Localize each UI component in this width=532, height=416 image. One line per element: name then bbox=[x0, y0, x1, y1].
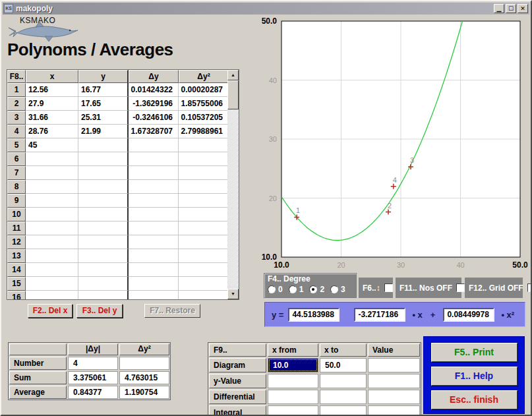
f9-cell-x-from[interactable] bbox=[268, 390, 318, 404]
table-cell[interactable] bbox=[26, 249, 78, 263]
table-cell[interactable]: 1.85755006 bbox=[179, 97, 229, 111]
radio-degree-0[interactable]: 0 bbox=[268, 285, 283, 294]
table-cell[interactable] bbox=[179, 208, 229, 222]
table-cell[interactable] bbox=[129, 222, 179, 235]
table-cell[interactable] bbox=[26, 166, 78, 180]
table-cell[interactable] bbox=[129, 180, 179, 194]
table-cell[interactable] bbox=[26, 291, 78, 300]
table-cell[interactable] bbox=[179, 277, 229, 291]
table-cell[interactable]: 1.67328707 bbox=[129, 125, 179, 138]
f6-checkbox[interactable] bbox=[384, 283, 393, 292]
finish-button[interactable]: Esc.. finish bbox=[431, 390, 517, 409]
table-cell[interactable]: 31.66 bbox=[26, 111, 78, 125]
f11-checkbox[interactable] bbox=[456, 283, 465, 292]
table-cell[interactable] bbox=[78, 138, 129, 152]
coefficient-a1-field[interactable] bbox=[354, 308, 405, 322]
table-cell[interactable] bbox=[179, 249, 229, 263]
table-cell[interactable] bbox=[78, 263, 129, 277]
table-cell[interactable]: 2.79988961 bbox=[179, 125, 229, 138]
table-cell[interactable] bbox=[129, 166, 179, 180]
print-button[interactable]: F5.. Print bbox=[431, 343, 517, 362]
table-cell[interactable] bbox=[78, 208, 129, 222]
minimize-button[interactable]: ▁ bbox=[494, 4, 504, 13]
table-cell[interactable]: -1.3629196 bbox=[129, 97, 179, 111]
del-x-button[interactable]: F2.. Del x bbox=[28, 304, 73, 318]
table-cell[interactable] bbox=[179, 235, 229, 249]
table-cell[interactable] bbox=[179, 263, 229, 277]
table-cell[interactable] bbox=[78, 152, 129, 166]
table-cell[interactable] bbox=[78, 277, 129, 291]
table-cell[interactable] bbox=[78, 249, 129, 263]
f9-cell-value[interactable] bbox=[368, 358, 420, 372]
radio-icon[interactable] bbox=[268, 285, 276, 293]
table-cell[interactable] bbox=[78, 222, 129, 235]
table-cell[interactable] bbox=[179, 194, 229, 208]
table-cell[interactable] bbox=[179, 180, 229, 194]
radio-degree-1[interactable]: 1 bbox=[289, 285, 304, 294]
table-cell[interactable]: 25.31 bbox=[78, 111, 129, 125]
table-cell[interactable] bbox=[129, 194, 179, 208]
table-cell[interactable] bbox=[26, 180, 78, 194]
table-cell[interactable]: 21.99 bbox=[78, 125, 129, 138]
table-cell[interactable]: 28.76 bbox=[26, 125, 78, 138]
table-cell[interactable] bbox=[26, 208, 78, 222]
coefficient-a2-field[interactable] bbox=[443, 308, 494, 322]
help-button[interactable]: F1.. Help bbox=[431, 367, 517, 386]
table-cell[interactable]: 12.56 bbox=[26, 83, 78, 97]
table-cell[interactable] bbox=[129, 263, 179, 277]
table-cell[interactable] bbox=[26, 222, 78, 235]
table-cell[interactable] bbox=[26, 152, 78, 166]
table-cell[interactable] bbox=[179, 138, 229, 152]
coefficient-a0-field[interactable] bbox=[288, 308, 340, 322]
table-cell[interactable]: -0.3246106 bbox=[129, 111, 179, 125]
table-cell[interactable] bbox=[179, 166, 229, 180]
f9-cell-x-from[interactable] bbox=[268, 374, 318, 388]
f9-cell-value[interactable] bbox=[368, 390, 420, 404]
radio-icon[interactable] bbox=[330, 285, 338, 293]
table-cell[interactable] bbox=[78, 180, 129, 194]
table-cell[interactable] bbox=[26, 277, 78, 291]
f9-cell-x-from[interactable]: 10.0 bbox=[268, 358, 318, 372]
maximize-button[interactable]: ☐ bbox=[506, 4, 516, 13]
table-cell[interactable] bbox=[78, 235, 129, 249]
table-cell[interactable]: 0.01424322 bbox=[129, 83, 179, 97]
table-cell[interactable] bbox=[129, 152, 179, 166]
scrollbar-thumb[interactable] bbox=[227, 80, 239, 109]
f9-cell-x-to[interactable] bbox=[320, 390, 367, 404]
radio-degree-3[interactable]: 3 bbox=[330, 285, 345, 294]
title-bar[interactable]: KS makopoly ▁ ☐ ✕ bbox=[3, 3, 529, 15]
table-cell[interactable] bbox=[179, 152, 229, 166]
table-cell[interactable]: 0.10537205 bbox=[179, 111, 229, 125]
f9-cell-x-to[interactable] bbox=[320, 374, 367, 388]
scroll-down-icon[interactable]: ▼ bbox=[227, 289, 239, 299]
radio-icon[interactable] bbox=[309, 285, 317, 293]
radio-icon[interactable] bbox=[289, 285, 297, 293]
table-cell[interactable] bbox=[179, 222, 229, 235]
scroll-up-icon[interactable]: ▲ bbox=[227, 70, 239, 80]
f9-cell-value[interactable] bbox=[368, 374, 420, 388]
table-cell[interactable]: 45 bbox=[26, 138, 78, 152]
f9-cell-value[interactable] bbox=[368, 405, 420, 416]
table-cell[interactable] bbox=[129, 249, 179, 263]
table-cell[interactable]: 27.9 bbox=[26, 97, 78, 111]
table-cell[interactable]: 0.00020287 bbox=[179, 83, 229, 97]
table-cell[interactable] bbox=[129, 235, 179, 249]
table-cell[interactable] bbox=[26, 235, 78, 249]
close-button[interactable]: ✕ bbox=[517, 4, 528, 13]
f9-cell-x-to[interactable]: 50.0 bbox=[320, 358, 367, 372]
table-scrollbar[interactable]: ▲ ▼ bbox=[227, 70, 239, 299]
table-cell[interactable] bbox=[129, 138, 179, 152]
table-cell[interactable] bbox=[78, 194, 129, 208]
table-cell[interactable] bbox=[26, 263, 78, 277]
f12-checkbox[interactable] bbox=[527, 283, 532, 292]
table-cell[interactable] bbox=[78, 166, 129, 180]
table-cell[interactable] bbox=[129, 291, 179, 300]
table-cell[interactable] bbox=[129, 208, 179, 222]
radio-degree-2[interactable]: 2 bbox=[309, 285, 324, 294]
table-cell[interactable] bbox=[129, 277, 179, 291]
f9-cell-x-to[interactable] bbox=[320, 405, 367, 416]
table-cell[interactable]: 17.65 bbox=[78, 97, 129, 111]
del-y-button[interactable]: F3.. Del y bbox=[76, 304, 123, 318]
table-cell[interactable]: 16.77 bbox=[78, 83, 129, 97]
table-cell[interactable] bbox=[26, 194, 78, 208]
